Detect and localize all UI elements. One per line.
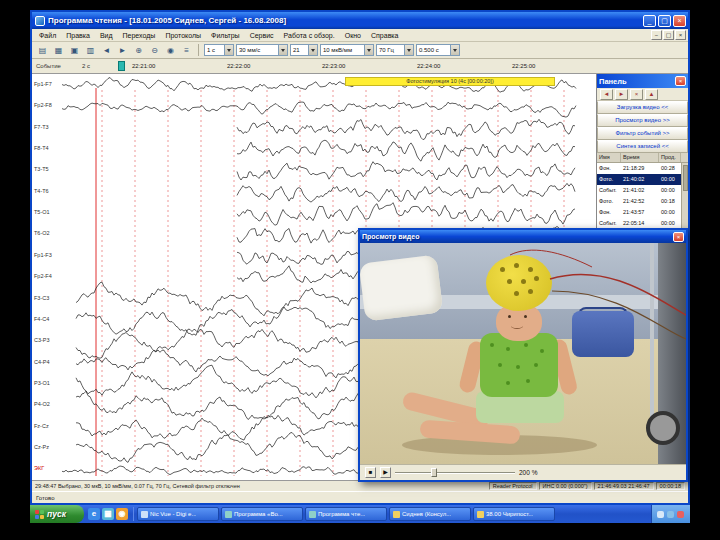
menu-item[interactable]: Фильтры bbox=[206, 32, 245, 39]
panel-button[interactable]: Загрузка видео << bbox=[597, 101, 688, 114]
channel-label: Fp1-F7 bbox=[34, 82, 52, 88]
mdi-button[interactable]: × bbox=[675, 30, 686, 40]
channel-label: F8-T4 bbox=[34, 146, 52, 152]
menu-item[interactable]: Окно bbox=[340, 32, 366, 39]
quicklaunch-ie-icon[interactable]: e bbox=[88, 508, 100, 520]
panel-up-icon[interactable]: ▲ bbox=[645, 89, 658, 100]
panel-forward-icon[interactable]: ► bbox=[615, 89, 628, 100]
epoch-select[interactable]: 1 с bbox=[204, 44, 234, 56]
start-button[interactable]: пуск bbox=[30, 505, 84, 523]
save-icon[interactable]: ▣ bbox=[67, 43, 82, 57]
print-icon[interactable]: ▥ bbox=[83, 43, 98, 57]
Фото.[interactable]: Фото. 21:40:02 00:00 bbox=[597, 174, 688, 185]
menu-item[interactable]: Правка bbox=[61, 32, 95, 39]
events-table-header[interactable]: Время bbox=[621, 153, 659, 162]
titlebar[interactable]: Программа чтения - [18.01.2005 Сиднев, С… bbox=[32, 12, 688, 29]
channel-label: Cz-Pz bbox=[34, 445, 52, 451]
chevron-down-icon[interactable] bbox=[224, 45, 233, 55]
event-time: 21:43:57 bbox=[621, 207, 659, 218]
tray-network-icon[interactable] bbox=[667, 511, 674, 518]
menu-item[interactable]: Работа с обзор. bbox=[279, 32, 340, 39]
new-icon[interactable]: ▤ bbox=[35, 43, 50, 57]
panel-title: Панель bbox=[599, 77, 675, 86]
play-button[interactable]: ▶ bbox=[380, 467, 391, 478]
menu-item[interactable]: Протоколы bbox=[160, 32, 206, 39]
panel-delete-icon[interactable]: × bbox=[630, 89, 643, 100]
app-icon bbox=[35, 16, 45, 26]
panel-close-icon[interactable]: × bbox=[675, 76, 686, 86]
panel-back-icon[interactable]: ◄ bbox=[600, 89, 613, 100]
tray-volume-icon[interactable] bbox=[657, 511, 664, 518]
panel-button[interactable]: Синтез записей << bbox=[597, 140, 688, 153]
Фон.[interactable]: Фон. 21:43:57 00:00 bbox=[597, 207, 688, 218]
chevron-down-icon[interactable] bbox=[364, 45, 373, 55]
quicklaunch-player-icon[interactable]: ◉ bbox=[116, 508, 128, 520]
zoom-in-icon[interactable]: ⊕ bbox=[131, 43, 146, 57]
chevron-down-icon[interactable] bbox=[450, 45, 459, 55]
channels-select[interactable]: 21 bbox=[290, 44, 318, 56]
combo-value: 70 Гц bbox=[377, 47, 404, 53]
chevron-down-icon[interactable] bbox=[278, 45, 287, 55]
slider-thumb[interactable] bbox=[431, 468, 437, 477]
chevron-down-icon[interactable] bbox=[308, 45, 317, 55]
maximize-button[interactable]: ▢ bbox=[658, 15, 671, 27]
video-close-icon[interactable]: × bbox=[673, 232, 684, 242]
video-seek-slider[interactable] bbox=[395, 468, 515, 477]
time-position: 21:46:49.03 21:46:47 bbox=[594, 482, 654, 490]
eeg-wires bbox=[360, 243, 686, 464]
menu-item[interactable]: Справка bbox=[366, 32, 403, 39]
video-title: Просмотр видео bbox=[362, 233, 673, 240]
combo-value: 10 мкВ/мм bbox=[321, 47, 364, 53]
time-constant-select[interactable]: 0.500 с bbox=[416, 44, 460, 56]
events-table-header[interactable]: Прод. bbox=[659, 153, 681, 162]
taskbar-task-program1[interactable]: Программа «Во... bbox=[221, 507, 303, 521]
taskbar-task-nicvue[interactable]: Nic Vue - Digi e... bbox=[137, 507, 219, 521]
timeline-bar[interactable]: Событие 2 с 22:21:0022:22:0022:23:0022:2… bbox=[32, 59, 688, 74]
scrollbar-thumb[interactable] bbox=[683, 165, 688, 191]
menu-item[interactable]: Вид bbox=[95, 32, 118, 39]
montage-icon[interactable]: ≡ bbox=[179, 43, 194, 57]
Событ.[interactable]: Событ. 21:41:02 00:00 bbox=[597, 185, 688, 196]
mdi-window-buttons: −▢× bbox=[651, 30, 686, 40]
timeline-tick: 22:25:00 bbox=[512, 63, 607, 69]
sensitivity-select[interactable]: 10 мкВ/мм bbox=[320, 44, 374, 56]
panel-button[interactable]: Просмотр видео >> bbox=[597, 114, 688, 127]
zoom-out-icon[interactable]: ⊖ bbox=[147, 43, 162, 57]
taskbar-task-program2[interactable]: Программа чте... bbox=[305, 507, 387, 521]
quicklaunch-desktop-icon[interactable]: ▦ bbox=[102, 508, 114, 520]
open-icon[interactable]: ▦ bbox=[51, 43, 66, 57]
channel-label: C3-P3 bbox=[34, 338, 52, 344]
channel-label: Fz-Cz bbox=[34, 424, 52, 430]
panel-button[interactable]: Фильтр событий >> bbox=[597, 127, 688, 140]
taskbar-task-chirpost[interactable]: 38.00 Чирипост... bbox=[473, 507, 555, 521]
event-time: 21:18:29 bbox=[621, 163, 659, 174]
screen: Программа чтения - [18.01.2005 Сиднев, С… bbox=[0, 0, 720, 540]
photostimulation-marker[interactable]: Фотостимуляция 10 (4с [00:00:20]) bbox=[345, 77, 555, 86]
timeline-position-marker[interactable] bbox=[118, 61, 125, 71]
channel-label: T5-O1 bbox=[34, 210, 52, 216]
speed-select[interactable]: 30 мм/с bbox=[236, 44, 288, 56]
chevron-down-icon[interactable] bbox=[404, 45, 413, 55]
taskbar-task-sidnev[interactable]: Сиднев (Консул... bbox=[389, 507, 471, 521]
menu-item[interactable]: Переходы bbox=[118, 32, 161, 39]
panel-titlebar[interactable]: Панель × bbox=[597, 74, 688, 88]
menu-item[interactable]: Сервис bbox=[245, 32, 279, 39]
tray-antivirus-icon[interactable] bbox=[677, 511, 684, 518]
video-titlebar[interactable]: Просмотр видео × bbox=[360, 230, 686, 243]
next-page-icon[interactable]: ► bbox=[115, 43, 130, 57]
mdi-button[interactable]: ▢ bbox=[663, 30, 674, 40]
marker-icon[interactable]: ◉ bbox=[163, 43, 178, 57]
Фото.[interactable]: Фото. 21:42:52 00:18 bbox=[597, 196, 688, 207]
hf-filter-select[interactable]: 70 Гц bbox=[376, 44, 414, 56]
channel-label: T3-T5 bbox=[34, 167, 52, 173]
prev-page-icon[interactable]: ◄ bbox=[99, 43, 114, 57]
menu-item[interactable]: Файл bbox=[34, 32, 61, 39]
video-display[interactable] bbox=[360, 243, 686, 464]
channel-label: F7-T3 bbox=[34, 125, 52, 131]
Фон.[interactable]: Фон. 21:18:29 00:28 bbox=[597, 163, 688, 174]
stop-button[interactable]: ■ bbox=[365, 467, 376, 478]
close-button[interactable]: × bbox=[673, 15, 686, 27]
mdi-button[interactable]: − bbox=[651, 30, 662, 40]
events-table-header[interactable]: Имя bbox=[597, 153, 621, 162]
minimize-button[interactable]: _ bbox=[643, 15, 656, 27]
